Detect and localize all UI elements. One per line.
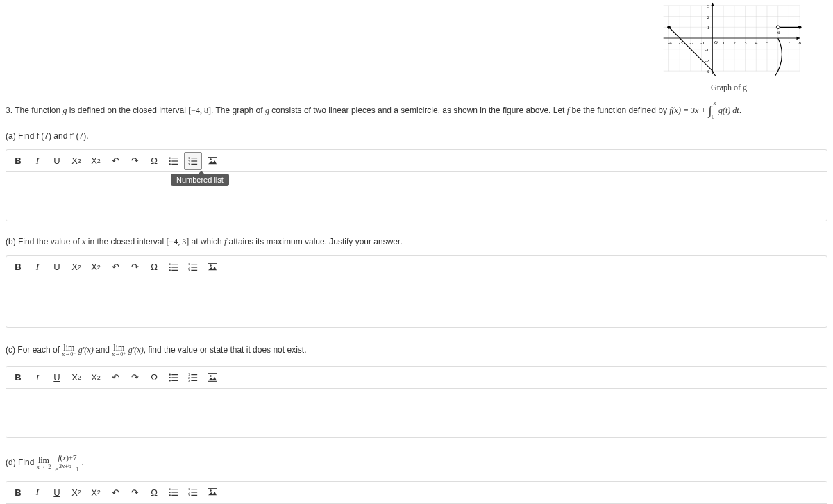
- svg-point-26: [667, 26, 671, 29]
- subscript-button[interactable]: X2: [87, 369, 105, 387]
- bold-button[interactable]: B: [9, 258, 27, 276]
- image-button[interactable]: [203, 369, 221, 387]
- svg-text:-1: -1: [700, 40, 705, 46]
- svg-text:1: 1: [723, 40, 725, 46]
- subscript-button[interactable]: X2: [87, 152, 105, 170]
- numbered-list-button[interactable]: 123: [184, 258, 202, 276]
- svg-text:-4: -4: [668, 40, 672, 46]
- redo-button[interactable]: ↷: [126, 369, 144, 387]
- svg-text:-3: -3: [679, 40, 683, 46]
- svg-text:O: O: [714, 40, 718, 45]
- italic-button[interactable]: I: [28, 483, 47, 501]
- undo-button[interactable]: ↶: [106, 369, 124, 387]
- editor-d: B I U X2 X2 ↶ ↷ Ω 123: [6, 481, 827, 504]
- graph-wrap: -4 -3 -2 -1 O 1 2 3 4 5 6 7 8 1 2 3 -1 -…: [653, 0, 805, 93]
- svg-text:8: 8: [799, 40, 802, 46]
- svg-text:1: 1: [707, 25, 710, 31]
- bullet-list-button[interactable]: [165, 152, 183, 170]
- svg-point-64: [169, 266, 171, 267]
- svg-point-80: [169, 380, 171, 381]
- editor-area-b[interactable]: [6, 278, 827, 327]
- image-button[interactable]: [203, 152, 221, 170]
- svg-rect-63: [171, 264, 178, 264]
- svg-rect-81: [171, 380, 178, 380]
- svg-rect-91: [171, 489, 178, 489]
- svg-text:3: 3: [188, 269, 190, 272]
- svg-rect-59: [191, 163, 197, 164]
- svg-text:-2: -2: [689, 40, 693, 46]
- undo-button[interactable]: ↶: [106, 258, 124, 276]
- graph-svg: -4 -3 -2 -1 O 1 2 3 4 5 6 7 8 1 2 3 -1 -…: [653, 0, 805, 76]
- superscript-button[interactable]: X2: [67, 369, 85, 387]
- superscript-button[interactable]: X2: [67, 483, 85, 501]
- svg-rect-99: [191, 492, 197, 493]
- svg-point-89: [210, 375, 212, 377]
- italic-button[interactable]: I: [28, 258, 47, 276]
- superscript-button[interactable]: X2: [67, 258, 85, 276]
- toolbar-c: B I U X2 X2 ↶ ↷ Ω 123: [6, 367, 827, 389]
- svg-text:3: 3: [188, 162, 190, 166]
- subscript-button[interactable]: X2: [87, 483, 105, 501]
- svg-point-61: [210, 158, 212, 160]
- svg-point-52: [169, 163, 171, 165]
- subscript-button[interactable]: X2: [87, 258, 105, 276]
- svg-point-90: [169, 489, 171, 490]
- svg-rect-95: [171, 495, 178, 496]
- svg-point-78: [169, 376, 171, 378]
- svg-point-48: [169, 157, 171, 158]
- image-button[interactable]: [203, 258, 221, 276]
- svg-rect-67: [171, 269, 178, 270]
- svg-marker-22: [796, 37, 800, 40]
- svg-rect-73: [191, 269, 197, 270]
- undo-button[interactable]: ↶: [106, 152, 124, 170]
- toolbar-d: B I U X2 X2 ↶ ↷ Ω 123: [6, 482, 827, 504]
- omega-button[interactable]: Ω: [145, 369, 163, 387]
- svg-text:-2: -2: [705, 58, 709, 64]
- numbered-list-tooltip: Numbered list: [171, 174, 229, 186]
- underline-button[interactable]: U: [48, 483, 66, 501]
- svg-point-66: [169, 269, 171, 271]
- svg-text:6: 6: [777, 31, 780, 36]
- svg-rect-71: [191, 267, 197, 267]
- svg-rect-93: [171, 492, 178, 493]
- redo-button[interactable]: ↷: [126, 483, 144, 501]
- numbered-list-button[interactable]: 123: [184, 369, 202, 387]
- undo-button[interactable]: ↶: [106, 483, 124, 501]
- editor-area-a[interactable]: [6, 172, 827, 221]
- svg-text:3: 3: [188, 494, 190, 497]
- svg-rect-97: [191, 489, 197, 489]
- bullet-list-button[interactable]: [165, 258, 183, 276]
- redo-button[interactable]: ↷: [126, 258, 144, 276]
- svg-text:2: 2: [707, 15, 710, 20]
- bullet-list-button[interactable]: [165, 369, 183, 387]
- part-a-label: (a) Find f (7) and f′ (7).: [0, 123, 833, 146]
- svg-text:5: 5: [766, 40, 768, 46]
- bold-button[interactable]: B: [9, 152, 27, 170]
- italic-button[interactable]: I: [28, 369, 47, 387]
- editor-c: B I U X2 X2 ↶ ↷ Ω 123: [6, 366, 827, 438]
- underline-button[interactable]: U: [48, 152, 66, 170]
- svg-text:-3: -3: [705, 69, 709, 74]
- numbered-list-button[interactable]: 123 Numbered list: [184, 152, 202, 170]
- svg-rect-53: [171, 163, 178, 164]
- bold-button[interactable]: B: [9, 369, 27, 387]
- svg-text:7: 7: [788, 40, 791, 46]
- omega-button[interactable]: Ω: [145, 258, 163, 276]
- editor-area-c[interactable]: [6, 389, 827, 437]
- svg-text:2: 2: [733, 40, 736, 46]
- svg-rect-57: [191, 160, 197, 161]
- svg-text:3: 3: [707, 3, 710, 9]
- superscript-button[interactable]: X2: [67, 152, 85, 170]
- svg-rect-77: [171, 374, 178, 375]
- svg-text:4: 4: [755, 40, 758, 46]
- underline-button[interactable]: U: [48, 258, 66, 276]
- omega-button[interactable]: Ω: [145, 483, 163, 501]
- image-button[interactable]: [203, 483, 221, 501]
- redo-button[interactable]: ↷: [126, 152, 144, 170]
- italic-button[interactable]: I: [28, 152, 47, 170]
- underline-button[interactable]: U: [48, 369, 66, 387]
- bullet-list-button[interactable]: [165, 483, 183, 501]
- numbered-list-button[interactable]: 123: [184, 483, 202, 501]
- omega-button[interactable]: Ω: [145, 152, 163, 170]
- bold-button[interactable]: B: [9, 483, 27, 501]
